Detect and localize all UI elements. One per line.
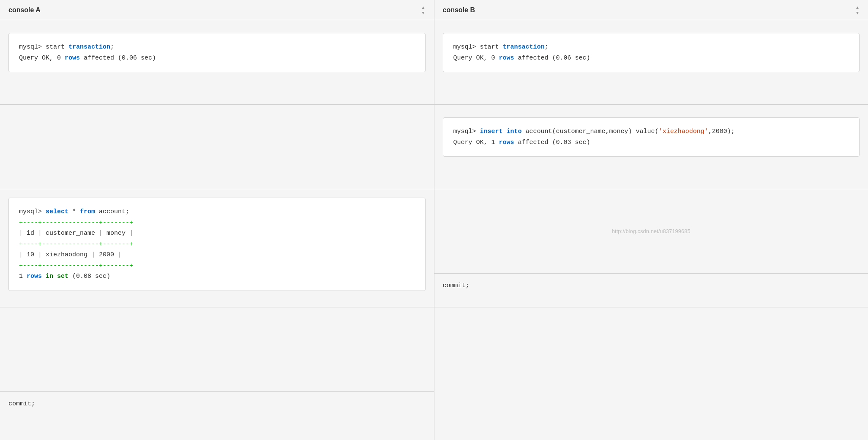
console-a-block3: mysql> select * from account; +----+----…: [8, 198, 426, 291]
console-a-section3: mysql> select * from account; +----+----…: [0, 189, 434, 307]
console-a-header: console A ▲ ▼: [0, 0, 434, 20]
keyword-rows-a1: rows: [65, 54, 80, 62]
console-a-line1: mysql> start transaction;: [19, 42, 415, 53]
keyword-rows-b1: rows: [499, 54, 514, 62]
string-xiezhaodong: 'xiezhaodong': [659, 128, 708, 135]
console-a-section4: [0, 307, 434, 392]
console-a-block1: mysql> start transaction; Query OK, 0 ro…: [8, 33, 426, 72]
console-a-select-line1: mysql> select * from account;: [19, 206, 415, 217]
console-b-section4: commit;: [434, 274, 868, 307]
console-b-title: console B: [443, 6, 475, 14]
console-b-section2: mysql> insert into account(customer_name…: [434, 105, 868, 189]
keyword-set: set: [57, 273, 68, 280]
console-b-section3: http://blog.csdn.net/u837199685: [434, 189, 868, 274]
console-a-commit: commit;: [8, 400, 35, 407]
console-a-table-border3: +----+---------------+-------+: [19, 261, 415, 272]
console-a-table-header: | id | customer_name | money |: [19, 228, 415, 239]
console-b-panel: console B ▲ ▼ mysql> start transaction; …: [434, 0, 868, 440]
main-container: console A ▲ ▼ mysql> start transaction; …: [0, 0, 868, 440]
sort-icon-b[interactable]: ▲ ▼: [855, 5, 860, 15]
console-b-commit: commit;: [443, 282, 469, 289]
console-a-panel: console A ▲ ▼ mysql> start transaction; …: [0, 0, 434, 440]
keyword-into: into: [507, 128, 522, 135]
keyword-insert: insert: [480, 128, 503, 135]
keyword-in: in: [46, 273, 53, 280]
console-a-table-footer: 1 rows in set (0.08 sec): [19, 271, 415, 282]
console-a-line2: Query OK, 0 rows affected (0.06 sec): [19, 53, 415, 64]
console-b-section5: [434, 307, 868, 341]
keyword-select: select: [46, 208, 68, 215]
sort-icon-a[interactable]: ▲ ▼: [421, 5, 426, 15]
keyword-from: from: [80, 208, 95, 215]
console-b-line1: mysql> start transaction;: [453, 42, 849, 53]
console-b-header: console B ▲ ▼: [434, 0, 868, 20]
watermark-text: http://blog.csdn.net/u837199685: [612, 228, 691, 234]
console-a-table-border2: +----+---------------+-------+: [19, 239, 415, 250]
console-a-section5: commit;: [0, 392, 434, 426]
console-b-block1: mysql> start transaction; Query OK, 0 ro…: [443, 33, 860, 72]
console-b-section1: mysql> start transaction; Query OK, 0 ro…: [434, 20, 868, 105]
console-a-section1: mysql> start transaction; Query OK, 0 ro…: [0, 20, 434, 105]
console-a-section2: [0, 105, 434, 189]
console-a-table-border1: +----+---------------+-------+: [19, 217, 415, 228]
console-a-title: console A: [8, 6, 41, 14]
console-b-line2: Query OK, 0 rows affected (0.06 sec): [453, 53, 849, 64]
console-a-table-row: | 10 | xiezhaodong | 2000 |: [19, 250, 415, 261]
console-b-insert-line2: Query OK, 1 rows affected (0.03 sec): [453, 137, 849, 148]
keyword-rows-b2: rows: [499, 139, 514, 146]
console-b-block2: mysql> insert into account(customer_name…: [443, 117, 860, 157]
keyword-transaction-b: transaction: [503, 43, 545, 51]
keyword-transaction-a: transaction: [68, 43, 110, 51]
console-b-insert-line1: mysql> insert into account(customer_name…: [453, 126, 849, 137]
keyword-rows-a2: rows: [27, 273, 42, 280]
